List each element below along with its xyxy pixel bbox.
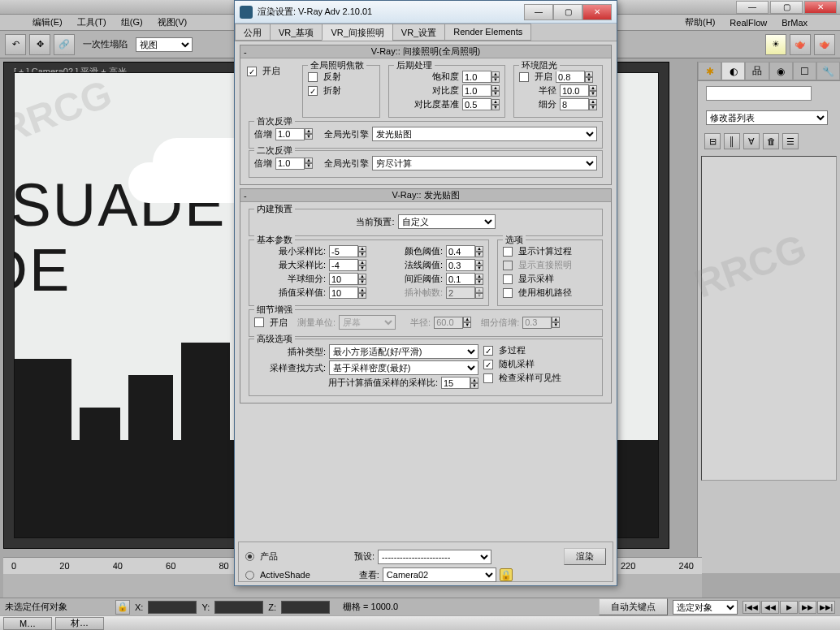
max-rate-input[interactable] [329, 259, 358, 271]
secondary-mult-input[interactable] [275, 158, 305, 170]
y-label: Y: [201, 602, 210, 612]
tool-move-icon[interactable]: ✥ [29, 34, 50, 55]
tab-vray-base[interactable]: VR_基项 [270, 24, 323, 41]
lock-selection-icon[interactable]: 🔒 [115, 600, 130, 615]
spinner-up-icon[interactable]: ▲ [491, 71, 500, 77]
view-selector[interactable]: 视图 [136, 37, 193, 52]
detail-enable-checkbox[interactable] [254, 317, 264, 327]
menu-help[interactable]: 帮助(H) [685, 16, 715, 28]
tab-vray-settings[interactable]: VR_设置 [392, 24, 445, 41]
rollout-gi-header[interactable]: -V-Ray:: 间接照明(全局照明) [240, 45, 611, 58]
camera-path-checkbox[interactable] [503, 288, 513, 298]
show-calc-checkbox[interactable] [503, 247, 513, 257]
grid-label: 栅格 = 1000.0 [343, 601, 398, 613]
cmdtab-utilities-icon[interactable]: 🔧 [816, 62, 840, 80]
ao-radius-input[interactable] [560, 84, 589, 97]
detail-radius-input [434, 317, 463, 329]
cmdtab-display-icon[interactable]: ☐ [793, 62, 816, 80]
object-name-field[interactable] [706, 86, 812, 101]
primary-engine-dropdown[interactable]: 发光贴图 [372, 127, 597, 141]
basic-params-label: 基本参数 [254, 234, 295, 246]
hsph-input[interactable] [329, 273, 358, 285]
min-rate-input[interactable] [329, 245, 358, 257]
modifier-list-dropdown[interactable]: 修改器列表 [706, 110, 828, 125]
tab-common[interactable]: 公用 [235, 24, 271, 41]
gi-enable-checkbox[interactable] [247, 67, 257, 76]
nrm-thresh-input[interactable] [446, 259, 475, 271]
taskbar-item-1[interactable]: M… [3, 617, 52, 630]
irr-preset-dropdown[interactable]: 自定义 [398, 214, 496, 229]
dialog-titlebar[interactable]: 渲染设置: V-Ray Adv 2.10.01 — ▢ ✕ [235, 1, 617, 24]
tool-teapot-icon[interactable]: 🫖 [790, 34, 811, 55]
menu-edit[interactable]: 编辑(E) [32, 16, 63, 28]
cmdtab-modify-icon[interactable]: ◐ [721, 62, 745, 80]
show-samples-checkbox[interactable] [503, 274, 513, 284]
menu-brmax[interactable]: BrMax [782, 18, 808, 28]
tool-render-setup-icon[interactable]: ☀ [765, 34, 786, 55]
ao-subdiv-input[interactable] [560, 98, 589, 110]
goto-end-icon[interactable]: ▶▶| [817, 601, 835, 614]
menu-group[interactable]: 组(G) [121, 16, 143, 28]
view-lock-icon[interactable]: 🔒 [500, 568, 513, 581]
dist-thresh-input[interactable] [446, 273, 475, 285]
cmdtab-hierarchy-icon[interactable]: 品 [745, 62, 769, 80]
randomize-checkbox[interactable] [483, 360, 493, 369]
gi-refract-checkbox[interactable] [308, 86, 318, 96]
rollout-irradiance-header[interactable]: -V-Ray:: 发光贴图 [240, 189, 611, 202]
rollout-irradiance: -V-Ray:: 发光贴图 内建预置 当前预置: 自定义 基本参数 最小采样比:… [240, 188, 612, 403]
cmdtab-create-icon[interactable]: ✱ [698, 62, 721, 80]
dialog-close-button[interactable]: ✕ [582, 4, 612, 20]
contrast-base-input[interactable] [462, 98, 491, 110]
tab-vray-gi[interactable]: VR_间接照明 [322, 24, 392, 41]
main-maximize-button[interactable]: ▢ [770, 1, 803, 14]
menu-realflow[interactable]: RealFlow [730, 18, 767, 28]
tool-link-icon[interactable]: 🔗 [54, 34, 75, 55]
stack-config-icon[interactable]: ☰ [782, 133, 799, 149]
auto-key-button[interactable]: 自动关键点 [599, 598, 668, 615]
main-minimize-button[interactable]: — [736, 1, 769, 14]
view-dropdown[interactable]: Camera02 [383, 567, 496, 582]
menu-tools[interactable]: 工具(T) [77, 16, 106, 28]
check-visibility-checkbox[interactable] [483, 373, 493, 383]
spinner-down-icon[interactable]: ▼ [491, 77, 500, 83]
interp-type-dropdown[interactable]: 最小方形适配(好/平滑) [329, 344, 478, 359]
tool-undo-icon[interactable]: ↶ [5, 34, 26, 55]
contrast-input[interactable] [462, 84, 491, 97]
lookup-dropdown[interactable]: 基于采样密度(最好) [329, 360, 478, 375]
taskbar-item-2[interactable]: 材… [55, 617, 104, 630]
goto-start-icon[interactable]: |◀◀ [743, 601, 760, 614]
tab-render-elements[interactable]: Render Elements [444, 24, 531, 41]
gi-reflect-checkbox[interactable] [308, 72, 318, 82]
main-close-button[interactable]: ✕ [804, 1, 837, 14]
production-radio[interactable] [245, 552, 254, 561]
stack-unique-icon[interactable]: ∀ [743, 133, 760, 149]
clr-thresh-input[interactable] [446, 245, 475, 257]
tool-teapot2-icon[interactable]: 🫖 [814, 34, 835, 55]
z-field[interactable] [281, 601, 330, 614]
cmdtab-motion-icon[interactable]: ◉ [769, 62, 793, 80]
preset-dropdown[interactable]: ----------------------- [378, 550, 491, 564]
ao-enable-checkbox[interactable] [519, 72, 529, 82]
prev-frame-icon[interactable]: ◀◀ [761, 601, 779, 614]
modifier-stack[interactable] [701, 156, 837, 481]
ao-amount-input[interactable] [556, 71, 585, 83]
stack-show-icon[interactable]: ║ [724, 133, 740, 149]
render-button[interactable]: 渲染 [564, 548, 606, 565]
play-icon[interactable]: ▶ [780, 601, 798, 614]
dialog-minimize-button[interactable]: — [524, 4, 553, 20]
calc-samples-input[interactable] [441, 377, 470, 389]
interp-input[interactable] [329, 287, 358, 299]
saturation-input[interactable] [462, 71, 491, 83]
y-field[interactable] [214, 601, 263, 614]
x-field[interactable] [148, 601, 197, 614]
activeshade-radio[interactable] [245, 571, 254, 580]
secondary-engine-dropdown[interactable]: 穷尽计算 [372, 156, 597, 170]
stack-pin-icon[interactable]: ⊟ [704, 133, 721, 149]
stack-remove-icon[interactable]: 🗑 [763, 133, 779, 149]
next-frame-icon[interactable]: ▶▶ [799, 601, 816, 614]
multipass-checkbox[interactable] [483, 346, 493, 356]
menu-view[interactable]: 视图(V) [158, 16, 188, 28]
dialog-maximize-button[interactable]: ▢ [553, 4, 582, 20]
key-target-dropdown[interactable]: 选定对象 [673, 600, 738, 615]
primary-mult-input[interactable] [275, 128, 305, 140]
